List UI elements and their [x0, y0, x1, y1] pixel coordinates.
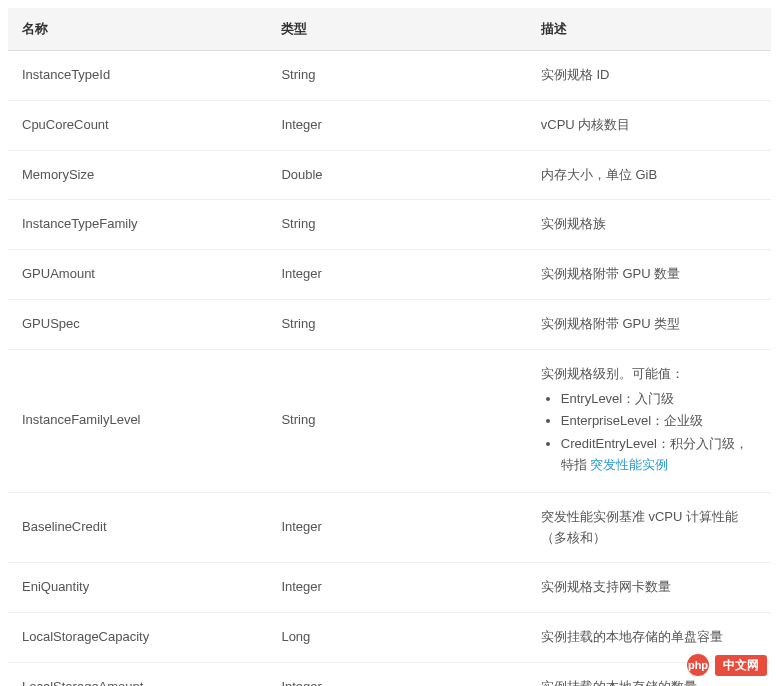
- header-type: 类型: [267, 8, 526, 51]
- cell-desc: 实例规格 ID: [527, 51, 771, 101]
- cell-name: EniQuantity: [8, 563, 267, 613]
- cell-name: GPUAmount: [8, 250, 267, 300]
- cell-type: Integer: [267, 492, 526, 563]
- table-row: LocalStorageCapacityLong实例挂载的本地存储的单盘容量: [8, 613, 771, 663]
- cell-desc: 突发性能实例基准 vCPU 计算性能（多核和）: [527, 492, 771, 563]
- table-header-row: 名称 类型 描述: [8, 8, 771, 51]
- table-row: CpuCoreCountIntegervCPU 内核数目: [8, 100, 771, 150]
- cell-type: Integer: [267, 662, 526, 686]
- cell-name: InstanceTypeId: [8, 51, 267, 101]
- table-row: LocalStorageAmountInteger实例挂载的本地存储的数量: [8, 662, 771, 686]
- header-name: 名称: [8, 8, 267, 51]
- cell-type: String: [267, 200, 526, 250]
- table-row: GPUAmountInteger实例规格附带 GPU 数量: [8, 250, 771, 300]
- cell-desc: 实例规格族: [527, 200, 771, 250]
- cell-desc: 实例规格附带 GPU 类型: [527, 299, 771, 349]
- desc-list: EntryLevel：入门级EnterpriseLevel：企业级CreditE…: [541, 389, 757, 476]
- site-watermark: php 中文网: [687, 654, 767, 676]
- list-item: CreditEntryLevel：积分入门级，特指 突发性能实例: [561, 434, 757, 476]
- cell-name: GPUSpec: [8, 299, 267, 349]
- table-row: GPUSpecString实例规格附带 GPU 类型: [8, 299, 771, 349]
- cell-name: LocalStorageCapacity: [8, 613, 267, 663]
- header-desc: 描述: [527, 8, 771, 51]
- list-item: EntryLevel：入门级: [561, 389, 757, 410]
- desc-intro: 实例规格级别。可能值：: [541, 364, 757, 385]
- cell-type: String: [267, 349, 526, 492]
- table-row: InstanceTypeIdString实例规格 ID: [8, 51, 771, 101]
- watermark-label: 中文网: [715, 655, 767, 676]
- table-row: BaselineCreditInteger突发性能实例基准 vCPU 计算性能（…: [8, 492, 771, 563]
- cell-desc: 实例规格附带 GPU 数量: [527, 250, 771, 300]
- cell-type: Integer: [267, 563, 526, 613]
- cell-desc: vCPU 内核数目: [527, 100, 771, 150]
- cell-type: String: [267, 299, 526, 349]
- cell-type: Long: [267, 613, 526, 663]
- burst-instance-link[interactable]: 突发性能实例: [590, 457, 668, 472]
- cell-type: Integer: [267, 250, 526, 300]
- api-parameters-table: 名称 类型 描述 InstanceTypeIdString实例规格 IDCpuC…: [8, 8, 771, 686]
- cell-name: LocalStorageAmount: [8, 662, 267, 686]
- table-row: InstanceTypeFamilyString实例规格族: [8, 200, 771, 250]
- cell-type: String: [267, 51, 526, 101]
- php-logo-icon: php: [687, 654, 709, 676]
- cell-name: InstanceFamilyLevel: [8, 349, 267, 492]
- cell-name: BaselineCredit: [8, 492, 267, 563]
- cell-name: CpuCoreCount: [8, 100, 267, 150]
- cell-name: MemorySize: [8, 150, 267, 200]
- cell-type: Double: [267, 150, 526, 200]
- cell-name: InstanceTypeFamily: [8, 200, 267, 250]
- table-row: InstanceFamilyLevelString实例规格级别。可能值：Entr…: [8, 349, 771, 492]
- table-row: MemorySizeDouble内存大小，单位 GiB: [8, 150, 771, 200]
- list-item: EnterpriseLevel：企业级: [561, 411, 757, 432]
- cell-desc: 内存大小，单位 GiB: [527, 150, 771, 200]
- cell-desc: 实例规格级别。可能值：EntryLevel：入门级EnterpriseLevel…: [527, 349, 771, 492]
- cell-type: Integer: [267, 100, 526, 150]
- cell-desc: 实例规格支持网卡数量: [527, 563, 771, 613]
- table-row: EniQuantityInteger实例规格支持网卡数量: [8, 563, 771, 613]
